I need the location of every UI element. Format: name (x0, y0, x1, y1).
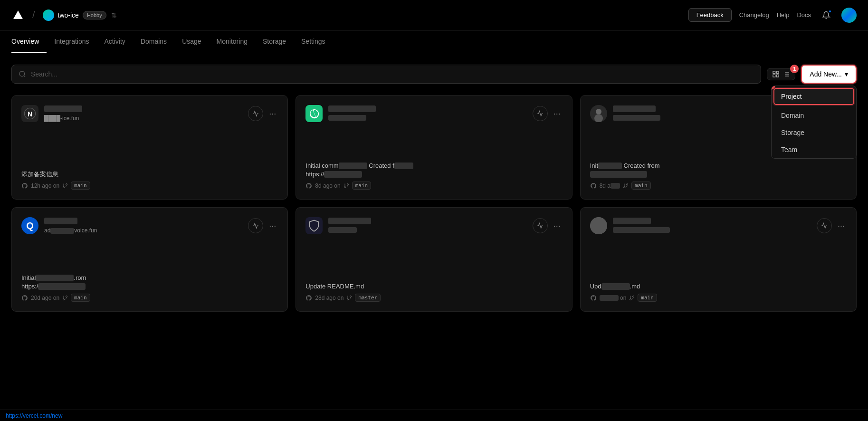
commit-meta: 8d a main (590, 182, 847, 190)
docs-link[interactable]: Docs (797, 11, 811, 19)
nav-overview[interactable]: Overview (11, 30, 47, 53)
more-button[interactable]: ··· (267, 109, 278, 119)
card-header: Q advoice.fun ··· (21, 217, 278, 234)
activity-button[interactable] (817, 218, 832, 233)
commit-meta: 28d ago on master (305, 294, 562, 302)
svg-point-28 (63, 298, 65, 300)
more-button[interactable]: ··· (267, 221, 278, 231)
github-icon (590, 182, 597, 189)
add-new-chevron-icon: ▾ (845, 70, 848, 78)
main-content: 1 Add New... ▾ 2 Project (0, 53, 868, 323)
activity-button[interactable] (248, 106, 263, 121)
svg-marker-0 (13, 10, 23, 19)
project-name (613, 218, 651, 224)
branch-icon (343, 183, 349, 189)
team-selector[interactable]: two-ice Hobby ⇅ (43, 10, 117, 21)
time-ago: 8d ago on (315, 182, 340, 189)
activity-button[interactable] (248, 218, 263, 233)
commit-message: 添加备案信息 (21, 170, 278, 179)
nav-monitoring[interactable]: Monitoring (209, 30, 255, 53)
card-left (305, 105, 376, 122)
grid-icon (772, 70, 780, 78)
card-actions: ··· (533, 106, 563, 121)
svg-rect-5 (777, 75, 779, 77)
project-card: ··· Initial comm Created fhttps:// 8d ag… (296, 95, 572, 200)
notifications-button[interactable] (819, 8, 834, 23)
branch-name: main (631, 182, 651, 190)
svg-point-34 (633, 296, 634, 297)
branch-name: master (355, 294, 381, 302)
nav-domains[interactable]: Domains (133, 30, 174, 53)
card-actions: ··· (248, 106, 278, 121)
add-new-label: Add New... (810, 70, 842, 78)
svg-point-32 (590, 217, 607, 234)
card-actions: ··· (248, 218, 278, 233)
activity-button[interactable] (533, 106, 548, 121)
card-header: ··· (305, 105, 562, 122)
commit-message: Initial comm Created fhttps:// (305, 162, 562, 179)
more-button[interactable]: ··· (552, 109, 563, 119)
team-chevron-icon: ⇅ (111, 11, 117, 19)
nav-integrations[interactable]: Integrations (47, 30, 96, 53)
help-link[interactable]: Help (777, 11, 790, 19)
svg-point-21 (596, 109, 601, 115)
github-icon (305, 295, 312, 301)
time-ago: 20d ago on (31, 295, 59, 301)
nav-activity[interactable]: Activity (97, 30, 133, 53)
user-avatar[interactable] (841, 8, 857, 23)
add-new-wrapper: Add New... ▾ 2 Project Domain Storage Te… (801, 65, 857, 84)
svg-rect-3 (777, 71, 779, 74)
search-input[interactable] (31, 70, 754, 78)
svg-point-31 (347, 298, 349, 300)
nav-usage[interactable]: Usage (174, 30, 209, 53)
dropdown-item-domain[interactable]: Domain (772, 107, 856, 124)
project-icon: Q (21, 217, 38, 234)
commit-meta: on main (590, 294, 847, 302)
top-nav: / two-ice Hobby ⇅ Feedback Changelog Hel… (0, 0, 868, 30)
dropdown-item-project[interactable]: Project (773, 88, 854, 105)
card-header: ··· (305, 217, 562, 234)
notification-dot (828, 10, 832, 13)
view-toggle[interactable]: 1 (767, 68, 795, 80)
project-name (44, 105, 82, 112)
project-card: Q advoice.fun ··· Initial.romhttps:/ (11, 207, 288, 312)
card-left (305, 217, 371, 234)
filter-badge: 1 (790, 65, 799, 73)
card-left (590, 217, 670, 234)
svg-rect-4 (773, 75, 775, 77)
activity-button[interactable] (533, 218, 548, 233)
project-url (613, 227, 670, 234)
search-container[interactable] (11, 65, 761, 84)
github-icon (21, 182, 28, 189)
nav-storage[interactable]: Storage (255, 30, 294, 53)
branch-name: main (638, 294, 657, 302)
commit-meta: 12h ago on main (21, 182, 278, 190)
add-new-button[interactable]: Add New... ▾ (801, 65, 857, 84)
more-button[interactable]: ··· (836, 221, 847, 231)
time-ago: 12h ago on (31, 182, 59, 189)
toolbar: 1 Add New... ▾ 2 Project (11, 65, 857, 84)
github-icon (305, 182, 312, 189)
project-card: N ████-ice.fun ··· 添加备案信息 (11, 95, 288, 200)
card-body: Initial.romhttps:/ 20d ago on main (21, 240, 278, 302)
svg-point-30 (350, 296, 352, 297)
branch-name: main (71, 294, 90, 302)
dropdown-item-storage[interactable]: Storage (772, 124, 856, 141)
more-button[interactable]: ··· (552, 221, 563, 231)
time-ago: on (600, 295, 627, 301)
commit-meta: 20d ago on main (21, 294, 278, 302)
dropdown-item-team[interactable]: Team (772, 141, 856, 158)
changelog-link[interactable]: Changelog (739, 11, 769, 19)
feedback-button[interactable]: Feedback (688, 8, 732, 22)
project-name (44, 218, 77, 224)
logo[interactable] (11, 9, 25, 22)
nav-settings[interactable]: Settings (294, 30, 333, 53)
card-left: N ████-ice.fun (21, 105, 82, 122)
card-body: 添加备案信息 12h ago on main (21, 128, 278, 190)
time-ago: 8d a (600, 182, 620, 189)
branch-icon (346, 295, 352, 301)
dropdown-project-wrapper: Project (772, 86, 856, 107)
project-name (328, 105, 376, 112)
svg-point-27 (66, 296, 67, 297)
card-header: ··· (590, 217, 847, 234)
